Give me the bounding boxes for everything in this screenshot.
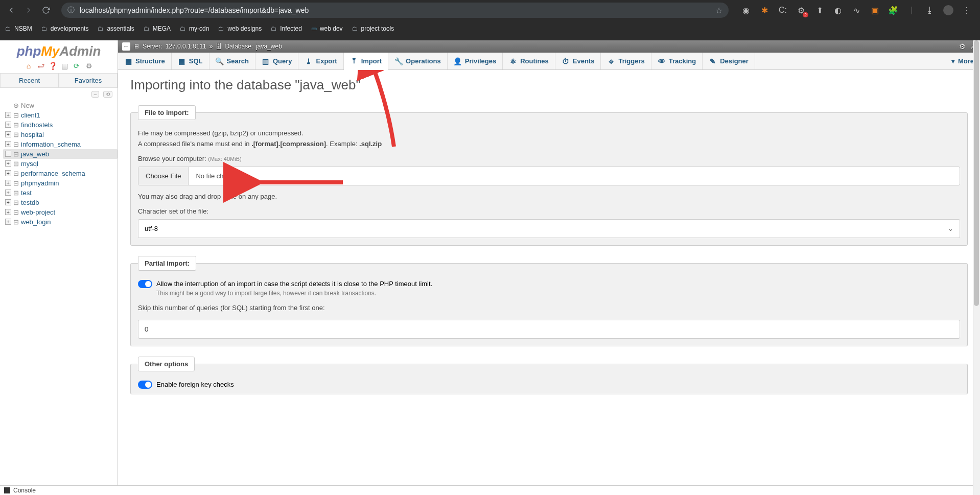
db-link-icon[interactable]: ⊟ [13,131,19,138]
expand-icon[interactable]: + [5,112,11,118]
db-link-icon[interactable]: ⊟ [13,189,19,197]
expand-icon[interactable]: + [5,199,11,205]
db-item-testdb[interactable]: +⊟testdb [3,198,118,207]
scrollbar-thumb[interactable] [974,40,979,306]
ext-icon-7[interactable]: ∿ [851,5,861,15]
link-icon[interactable]: ⟲ [103,91,112,98]
db-link-icon[interactable]: ⊟ [13,121,19,129]
expand-icon[interactable]: + [5,209,11,215]
settings-icon[interactable]: ⚙ [85,62,93,70]
db-item-performance_schema[interactable]: +⊟performance_schema [3,169,118,178]
db-link-icon[interactable]: ⊟ [13,170,19,177]
db-item-test[interactable]: +⊟test [3,188,118,198]
nav-collapse-icon[interactable]: ← [122,42,130,51]
tab-recent[interactable]: Recent [0,73,59,87]
crumb-server-value[interactable]: 127.0.0.1:8111 [166,43,206,50]
tab-operations[interactable]: 🔧Operations [388,53,448,69]
reload-nav-icon[interactable]: ⟳ [73,62,81,70]
extensions-puzzle-icon[interactable]: 🧩 [888,5,898,15]
expand-icon[interactable]: + [5,141,11,147]
crumb-db-value[interactable]: java_web [256,43,282,50]
pma-logo[interactable]: phpMyAdmin [0,40,118,61]
expand-icon[interactable]: + [5,131,11,137]
tab-designer[interactable]: ✎Designer [703,53,755,69]
db-item-phpmyadmin[interactable]: +⊟phpmyadmin [3,178,118,188]
db-item-java_web[interactable]: −⊟java_web [3,149,118,159]
ext-icon-6[interactable]: ◐ [833,5,843,15]
tab-structure[interactable]: ▦Structure [118,53,172,69]
reload-button[interactable] [40,4,52,16]
tab-events[interactable]: ⏱Events [555,53,601,69]
db-item-mysql[interactable]: +⊟mysql [3,159,118,169]
bookmark-web-designs[interactable]: 🗀web designs [218,25,262,32]
ext-icon-1[interactable]: ◉ [741,5,751,15]
home-icon[interactable]: ⌂ [25,62,33,70]
ext-icon-8[interactable]: ▣ [870,5,880,15]
tab-routines[interactable]: ⚛Routines [503,53,555,69]
db-link-icon[interactable]: ⊟ [13,140,19,148]
fk-toggle[interactable] [138,381,152,389]
bookmark-star-icon[interactable]: ☆ [715,6,722,15]
ext-icon-5[interactable]: ⬆ [814,5,825,15]
ext-icon-2[interactable]: ✱ [759,5,769,15]
forward-button[interactable] [22,4,35,16]
ext-icon-4[interactable]: ⚙2 [796,5,806,15]
tab-search[interactable]: 🔍Search [209,53,255,69]
db-link-icon[interactable]: ⊟ [13,199,19,206]
collapse-all-icon[interactable]: – [91,91,100,98]
db-link-icon[interactable]: ⊟ [13,218,19,226]
db-item-web-project[interactable]: +⊟web-project [3,207,118,217]
tab-sql[interactable]: ▤SQL [172,53,209,69]
console-bar[interactable]: Console [118,485,980,495]
bookmark-web-dev[interactable]: ▭web dev [311,25,343,32]
db-item-findhostels[interactable]: +⊟findhostels [3,120,118,130]
tab-export[interactable]: ⤓Export [298,53,343,69]
expand-icon[interactable]: + [5,160,11,167]
expand-icon[interactable]: + [5,190,11,196]
db-item-information_schema[interactable]: +⊟information_schema [3,139,118,149]
tab-triggers[interactable]: ⎆Triggers [601,53,651,69]
bookmark-mega[interactable]: 🗀MEGA [144,25,171,32]
expand-icon[interactable]: + [5,219,11,225]
back-button[interactable] [5,4,17,16]
logout-icon[interactable]: ⮐ [37,62,45,70]
db-new[interactable]: ⊕New [3,101,118,110]
charset-select[interactable]: utf-8 ⌄ [138,219,960,238]
db-item-web_login[interactable]: +⊟web_login [3,217,118,227]
downloads-icon[interactable]: ⭳ [925,5,935,15]
expand-icon[interactable]: + [5,170,11,176]
browser-menu-icon[interactable]: ⋮ [962,5,972,15]
profile-avatar[interactable] [943,5,953,15]
tab-privileges[interactable]: 👤Privileges [448,53,503,69]
bookmark-developments[interactable]: 🗀developments [41,25,89,32]
tab-query[interactable]: ▥Query [255,53,299,69]
db-link-icon[interactable]: ⊟ [13,160,19,168]
skip-input[interactable] [138,320,960,339]
db-link-icon[interactable]: ⊟ [13,111,19,119]
scrollbar[interactable] [973,40,980,495]
bookmark-nsbm[interactable]: 🗀NSBM [5,25,32,32]
db-item-hospital[interactable]: +⊟hospital [3,130,118,139]
bookmark-my-cdn[interactable]: 🗀my-cdn [180,25,209,32]
tab-favorites[interactable]: Favorites [59,73,118,87]
url-bar[interactable]: ⓘ localhost/phpmyadmin/index.php?route=/… [61,3,729,18]
ext-icon-3[interactable]: C: [778,5,788,15]
site-info-icon[interactable]: ⓘ [67,6,75,15]
sql-icon[interactable]: ▤ [61,62,69,70]
bookmark-infected[interactable]: 🗀Infected [271,25,302,32]
expand-icon[interactable]: + [5,122,11,128]
interrupt-toggle[interactable] [138,280,152,288]
docs-icon[interactable]: ❓ [49,62,57,70]
tab-tracking[interactable]: 👁Tracking [651,53,703,69]
db-link-icon[interactable]: ⊟ [13,208,19,216]
db-link-icon[interactable]: ⊟ [13,179,19,187]
expand-icon[interactable]: + [5,180,11,186]
bookmark-assentials[interactable]: 🗀assentials [98,25,134,32]
expand-icon[interactable]: − [5,151,11,157]
page-settings-icon[interactable]: ⚙ [959,42,966,51]
db-link-icon[interactable]: ⊟ [13,150,19,158]
choose-file-button[interactable]: Choose File [138,167,189,185]
bookmark-project-tools[interactable]: 🗀project tools [352,25,394,32]
tab-import[interactable]: ⤒Import [344,53,388,70]
db-item-client1[interactable]: +⊟client1 [3,110,118,120]
